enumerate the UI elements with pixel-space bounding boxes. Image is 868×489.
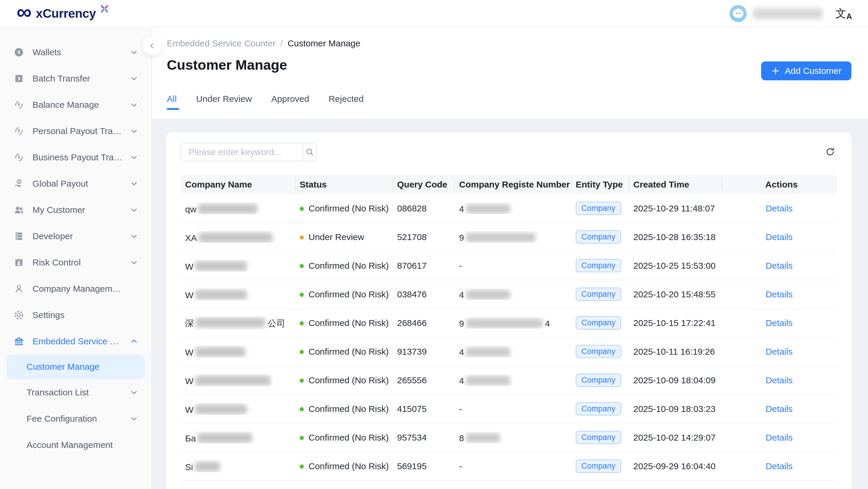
created-time-cell: 2025-10-11 16:19:26 [628, 347, 721, 357]
redacted-text [195, 404, 247, 414]
created-time-cell: 2025-09-29 16:04:40 [628, 461, 721, 471]
sidebar-item-batch-transfer[interactable]: Batch Transfer [0, 65, 151, 92]
query-code-cell: 038476 [392, 289, 454, 299]
created-time-cell: 2025-10-02 14:29:07 [628, 433, 721, 442]
entity-type-badge: Company [576, 202, 621, 215]
details-link[interactable]: Details [766, 204, 793, 213]
company-name-cell: W [180, 288, 295, 300]
registe-number-cell: 4 [454, 374, 571, 386]
company-name-cell: XA [180, 231, 295, 243]
details-link[interactable]: Details [766, 261, 793, 271]
person-icon [13, 283, 25, 295]
user-avatar[interactable] [730, 5, 747, 22]
details-link[interactable]: Details [766, 375, 793, 385]
add-customer-button[interactable]: Add Customer [761, 61, 851, 80]
breadcrumb-parent[interactable]: Embedded Service Counter [167, 38, 276, 49]
coin-icon: ¥ [13, 47, 25, 58]
batch-icon [13, 73, 25, 85]
created-time-cell: 2025-10-09 18:04:09 [628, 375, 721, 385]
sidebar-item-embedded-service-co[interactable]: Embedded Service Co... [0, 328, 151, 354]
sidebar-item-label: Fee Configuration [27, 414, 97, 424]
search-icon [305, 147, 314, 157]
entity-type-cell: Company [571, 459, 628, 473]
tab-all[interactable]: All [167, 94, 177, 108]
chevron-down-icon [130, 389, 138, 396]
table-row: XAUnder Review5217089Company2025-10-28 1… [180, 223, 837, 252]
details-link[interactable]: Details [766, 347, 793, 357]
chevron-down-icon [130, 415, 138, 423]
redacted-text [198, 204, 257, 214]
sidebar-subitem-transaction-list[interactable]: Transaction List [0, 379, 151, 405]
handcoin-icon: $ [13, 178, 25, 190]
user-name-redacted [753, 8, 823, 19]
customer-table: Company Name Status Query Code Company R… [180, 175, 837, 481]
refresh-button[interactable] [824, 145, 837, 158]
redacted-text [195, 290, 247, 300]
tab-rejected[interactable]: Rejected [329, 94, 364, 108]
sidebar-item-settings[interactable]: Settings [0, 302, 151, 328]
status-dot-icon [300, 207, 304, 211]
sidebar-subitem-fee-configuration[interactable]: Fee Configuration [0, 405, 151, 432]
table-row: WConfirmed (No Risk)0384764Company2025-1… [180, 280, 837, 309]
keyword-search [180, 143, 317, 161]
svg-text:¥: ¥ [18, 155, 20, 160]
svg-text:$: $ [18, 180, 20, 183]
details-link[interactable]: Details [766, 404, 793, 414]
sidebar-subitem-customer-manage[interactable]: Customer Manage [6, 354, 145, 379]
redacted-text [195, 261, 247, 271]
table-toolbar [166, 132, 851, 161]
redacted-text [195, 462, 220, 471]
details-link[interactable]: Details [766, 232, 793, 242]
sidebar-item-developer[interactable]: Developer [0, 223, 151, 249]
entity-type-cell: Company [571, 259, 628, 272]
status-dot-icon [300, 378, 304, 383]
sidebar-item-global-payout[interactable]: $Global Payout [0, 171, 151, 197]
actions-cell: Details [721, 375, 837, 385]
chevron-down-icon [130, 180, 138, 187]
created-time-cell: 2025-10-09 18:03:23 [628, 404, 721, 414]
tab-under-review[interactable]: Under Review [196, 94, 252, 108]
sidebar-item-personal-payout-trans[interactable]: ¥Personal Payout Trans... [0, 118, 151, 144]
search-input[interactable] [181, 144, 303, 161]
sidebar-item-label: Company Management [32, 284, 124, 294]
breadcrumb-current: Customer Manage [287, 38, 361, 49]
sidebar-subitem-account-management[interactable]: Account Management [0, 432, 151, 458]
breadcrumb: Embedded Service Counter / Customer Mana… [167, 38, 361, 49]
entity-type-cell: Company [571, 230, 628, 244]
status-dot-icon [300, 407, 304, 411]
details-link[interactable]: Details [766, 461, 793, 471]
sidebar-item-wallets[interactable]: ¥Wallets [0, 39, 151, 65]
sidebar-item-company-management[interactable]: Company Management [0, 276, 151, 302]
details-link[interactable]: Details [766, 289, 793, 299]
status-cell: Confirmed (No Risk) [295, 204, 392, 213]
tab-approved[interactable]: Approved [271, 94, 309, 108]
details-link[interactable]: Details [766, 433, 793, 442]
registe-number-cell: - [454, 461, 571, 471]
language-switch-icon[interactable]: 文A [836, 6, 852, 21]
sidebar-item-balance-manage[interactable]: ¥Balance Manage [0, 92, 151, 118]
status-dot-icon [300, 436, 304, 440]
query-code-cell: 265556 [392, 375, 454, 385]
search-button[interactable] [303, 144, 316, 161]
status-cell: Confirmed (No Risk) [295, 433, 392, 442]
user-menu[interactable] [730, 5, 823, 22]
top-bar: ∞ xCurrency 文A [0, 0, 868, 28]
entity-type-cell: Company [571, 202, 628, 215]
actions-cell: Details [721, 347, 837, 357]
badge-icon [13, 256, 25, 268]
sidebar-collapse-button[interactable] [142, 36, 162, 56]
sidebar-item-label: Wallets [32, 47, 61, 57]
registe-number-cell: 4 [454, 203, 571, 214]
details-link[interactable]: Details [766, 318, 793, 328]
redacted-text [195, 347, 245, 357]
registe-number-cell: 8 [454, 432, 571, 443]
sidebar-item-label: Risk Control [32, 257, 81, 268]
svg-text:¥: ¥ [18, 128, 20, 133]
chevron-left-icon [148, 42, 156, 50]
company-name-cell: qw [180, 202, 295, 214]
sidebar-item-business-payout-trans[interactable]: ¥Business Payout Trans... [0, 144, 151, 171]
sidebar-item-my-customer[interactable]: My Customer [0, 197, 151, 223]
sidebar-item-risk-control[interactable]: Risk Control [0, 249, 151, 276]
table-body: qwConfirmed (No Risk)0868284Company2025-… [180, 194, 837, 481]
redacted-text [466, 347, 510, 357]
